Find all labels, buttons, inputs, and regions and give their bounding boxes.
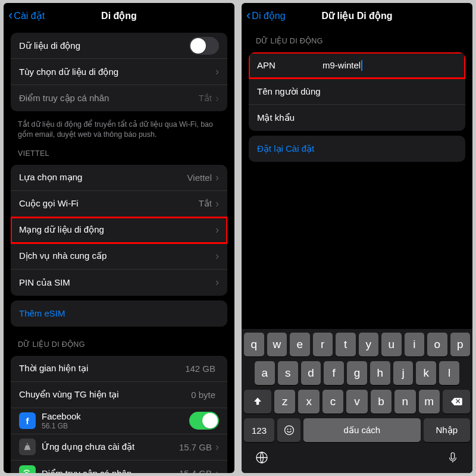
chevron-right-icon: ›	[215, 224, 219, 236]
key-return[interactable]: Nhập	[424, 418, 471, 442]
chevron-right-icon: ›	[215, 250, 219, 262]
app-toggle[interactable]	[189, 412, 219, 430]
row-app-uninstalled[interactable]: Ứng dụng chưa cài đặt 15.7 GB ›	[11, 434, 227, 461]
nav-bar: ‹ Cài đặt Di động	[4, 3, 234, 28]
row-password[interactable]: Mật khẩu	[249, 105, 465, 131]
row-apn[interactable]: APN m9-wintel	[249, 52, 465, 79]
row-mobile-data-network[interactable]: Mạng dữ liệu di động ›	[11, 217, 227, 243]
row-reset-settings[interactable]: Đặt lại Cài đặt	[249, 136, 465, 162]
row-app-facebook[interactable]: f Facebook 56.1 GB	[11, 408, 227, 434]
key-p[interactable]: p	[450, 333, 471, 356]
back-button[interactable]: ‹ Cài đặt	[8, 9, 45, 22]
key-a[interactable]: a	[255, 361, 275, 385]
key-t[interactable]: t	[336, 333, 356, 356]
key-emoji[interactable]	[277, 418, 300, 442]
key-y[interactable]: y	[359, 333, 379, 356]
section-esim: Thêm eSIM	[11, 300, 227, 327]
current-period-value: 142 GB	[185, 364, 215, 374]
row-mobile-data[interactable]: Dữ liệu di động	[11, 33, 227, 59]
back-label: Di động	[252, 10, 285, 21]
section-header-carrier: VIETTEL	[4, 141, 234, 160]
row-add-esim[interactable]: Thêm eSIM	[11, 300, 227, 327]
section-header-mobile-data: DỮ LIỆU DI ĐỘNG	[242, 28, 472, 48]
key-f[interactable]: f	[324, 361, 344, 385]
sim-pin-label: PIN của SIM	[19, 277, 215, 288]
key-w[interactable]: w	[267, 333, 287, 356]
chevron-left-icon: ‹	[246, 9, 250, 22]
emoji-icon	[283, 424, 295, 436]
footnote-mobile-data: Tắt dữ liệu di động để truyền tất cả dữ …	[4, 116, 234, 141]
row-app-hotspot[interactable]: Điểm truy cập cá nhân 15.4 GB ›	[11, 461, 227, 473]
chevron-left-icon: ‹	[8, 9, 12, 22]
key-o[interactable]: o	[427, 333, 447, 356]
row-roaming[interactable]: Chuyển vùng TG hiện tại 0 byte	[11, 382, 227, 408]
key-e[interactable]: e	[290, 333, 310, 356]
app-usage: 15.4 GB	[179, 468, 212, 473]
globe-icon[interactable]	[255, 450, 269, 465]
key-l[interactable]: l	[439, 361, 459, 385]
key-s[interactable]: s	[278, 361, 298, 385]
wifi-calling-value: Tắt	[199, 198, 212, 209]
text-cursor	[361, 60, 362, 71]
chevron-right-icon: ›	[215, 198, 219, 210]
shift-icon	[252, 396, 263, 407]
hotspot-value: Tắt	[199, 93, 212, 104]
key-z[interactable]: z	[274, 390, 295, 414]
content-scroll[interactable]: Dữ liệu di động Tùy chọn dữ liệu di động…	[4, 28, 234, 473]
key-numbers[interactable]: 123	[244, 418, 274, 442]
row-sim-pin[interactable]: PIN của SIM ›	[11, 270, 227, 296]
row-mobile-data-options[interactable]: Tùy chọn dữ liệu di động ›	[11, 59, 227, 85]
row-carrier-services[interactable]: Dịch vụ nhà cung cấp ›	[11, 243, 227, 270]
key-q[interactable]: q	[244, 333, 264, 356]
key-k[interactable]: k	[416, 361, 436, 385]
row-current-period[interactable]: Thời gian hiện tại 142 GB	[11, 356, 227, 382]
svg-point-2	[290, 428, 291, 430]
row-username[interactable]: Tên người dùng	[249, 79, 465, 105]
options-label: Tùy chọn dữ liệu di động	[19, 67, 215, 77]
key-b[interactable]: b	[371, 390, 392, 414]
keyboard-row-4: 123 dấu cách Nhập	[244, 418, 470, 442]
key-c[interactable]: c	[322, 390, 343, 414]
backspace-icon	[450, 397, 463, 406]
key-d[interactable]: d	[301, 361, 321, 385]
section-reset: Đặt lại Cài đặt	[249, 136, 465, 162]
key-r[interactable]: r	[313, 333, 333, 356]
reset-label: Đặt lại Cài đặt	[257, 143, 457, 154]
svg-point-1	[287, 428, 288, 430]
key-shift[interactable]	[244, 390, 271, 414]
key-space[interactable]: dấu cách	[303, 418, 420, 442]
chevron-right-icon: ›	[215, 276, 219, 289]
key-i[interactable]: i	[405, 333, 425, 356]
row-personal-hotspot[interactable]: Điểm truy cập cá nhân Tắt ›	[11, 85, 227, 111]
apn-label: APN	[257, 60, 322, 70]
key-backspace[interactable]	[443, 390, 470, 414]
appstore-icon	[19, 439, 36, 455]
section-apn: APN m9-wintel Tên người dùng Mật khẩu	[249, 52, 465, 131]
username-label: Tên người dùng	[257, 86, 457, 97]
key-x[interactable]: x	[298, 390, 319, 414]
key-g[interactable]: g	[347, 361, 367, 385]
nav-bar: ‹ Di động Dữ liệu Di động	[242, 3, 472, 28]
svg-rect-4	[451, 453, 455, 459]
key-u[interactable]: u	[381, 333, 402, 356]
row-network-selection[interactable]: Lựa chọn mạng Viettel ›	[11, 165, 227, 191]
mobile-data-network-label: Mạng dữ liệu di động	[19, 224, 215, 235]
mobile-data-label: Dữ liệu di động	[19, 40, 189, 51]
apn-value[interactable]: m9-wintel	[322, 60, 361, 70]
network-selection-value: Viettel	[187, 173, 212, 183]
key-h[interactable]: h	[370, 361, 390, 385]
app-usage: 15.7 GB	[179, 442, 212, 452]
row-wifi-calling[interactable]: Cuộc gọi Wi-Fi Tắt ›	[11, 191, 227, 217]
key-v[interactable]: v	[346, 390, 367, 414]
keyboard[interactable]: q w e r t y u i o p a s d f g h j k l z	[242, 329, 472, 473]
keyboard-row-2: a s d f g h j k l	[244, 361, 470, 385]
key-n[interactable]: n	[394, 390, 415, 414]
key-j[interactable]: j	[393, 361, 414, 385]
content-scroll[interactable]: DỮ LIỆU DI ĐỘNG APN m9-wintel Tên người …	[242, 28, 472, 329]
back-button[interactable]: ‹ Di động	[246, 9, 286, 22]
chevron-right-icon: ›	[215, 441, 219, 453]
mic-icon[interactable]	[446, 450, 459, 465]
keyboard-row-3: z x c v b n m	[244, 390, 470, 414]
key-m[interactable]: m	[419, 390, 440, 414]
mobile-data-toggle[interactable]	[189, 37, 219, 55]
